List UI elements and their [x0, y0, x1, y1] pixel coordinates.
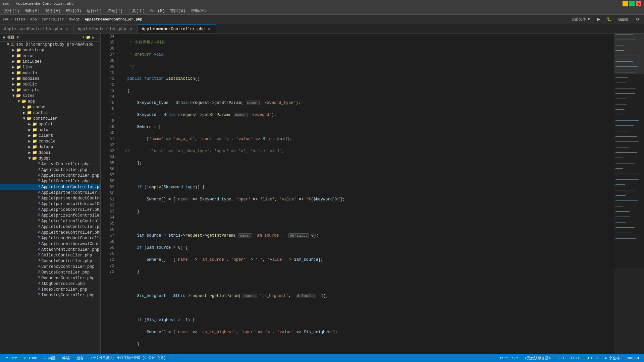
tree-sites[interactable]: ▼ 📂 sites [0, 93, 100, 99]
tree-dydqt[interactable]: ▼ 📂 dydqt [0, 156, 100, 161]
sidebar-icon-collapse[interactable]: − [95, 35, 98, 40]
tab-appletmember[interactable]: AppletmemberController.php ✕ [138, 24, 216, 33]
tree-client[interactable]: ▶ 📁 client [0, 133, 100, 138]
tree-label: ActiveController.php [41, 162, 90, 167]
menu-help[interactable]: 帮助(H) [188, 7, 209, 14]
tree-file-applettrade[interactable]: ▶ P ApplettradeController.php [0, 230, 100, 235]
breadcrumb-file[interactable]: AppletmemberController.php [85, 17, 143, 21]
tree-file-appletrelationfig[interactable]: ▶ P AppletrelationfigController.php [0, 218, 100, 224]
tree-modules[interactable]: ▶ 📁 modules [0, 76, 100, 81]
tree-file-appletcard[interactable]: ▶ P AppletcardController.php [0, 173, 100, 178]
tree-file-agent[interactable]: ▶ P AgentController.php [0, 167, 100, 173]
tree-file-appletprice[interactable]: ▶ P AppletpriceController.php [0, 207, 100, 213]
tree-libs[interactable]: ▶ 📁 libs [0, 64, 100, 70]
tree-app[interactable]: ▼ 📂 app [0, 99, 100, 104]
menu-file[interactable]: 文件(F) [1, 7, 22, 14]
tree-cache[interactable]: ▶ 📁 cache [0, 104, 100, 110]
current-file-button[interactable]: 当前文件 ▼ [569, 16, 593, 22]
tree-scripts[interactable]: ▶ 📁 scripts [0, 87, 100, 93]
menu-run[interactable]: 运行(U) [84, 7, 105, 14]
tree-console[interactable]: ▶ 📁 console [0, 138, 100, 144]
breadcrumb-sites[interactable]: sites [14, 17, 25, 21]
git-button[interactable]: Git(G): [616, 17, 631, 22]
breadcrumb-sep4: / [65, 17, 67, 21]
statusbar-issues[interactable]: ⚠ 问题 [43, 356, 57, 361]
tree-file-console[interactable]: ▶ P ConsoleController.php [0, 258, 100, 264]
menu-terminal[interactable]: 终端(T) [105, 7, 125, 14]
minimize-button[interactable]: ─ [623, 1, 628, 6]
code-content[interactable]: * 小程序用户-列表 * @return void */ public func… [117, 34, 614, 354]
tree-file-collect[interactable]: ▶ P CollectController.php [0, 252, 100, 258]
statusbar-terminal[interactable]: 终端 [61, 356, 71, 361]
breadcrumb-dydqt[interactable]: dydqt [69, 17, 80, 21]
tree-file-currency[interactable]: ▶ P CurrencyController.php [0, 264, 100, 269]
tree-file-appletpartnerwithdrawal[interactable]: ▶ P AppletpartnerwithdrawalController.ph… [0, 201, 100, 207]
sidebar-icon-new[interactable]: + [82, 35, 85, 40]
breadcrumb-controller[interactable]: controller [42, 17, 64, 21]
tree-file-appletpartnerdeduct[interactable]: ▶ P AppletpartnerdeductController.php [0, 195, 100, 201]
tree-includes[interactable]: ▶ 📁 includes [0, 59, 100, 64]
code-line [120, 305, 611, 311]
code-container[interactable]: 34 35 36 37 38 39 40 41 42 43 44 45 46 4… [101, 34, 614, 354]
tree-file-appletpartner[interactable]: ▶ P AppletpartnerController.php [0, 190, 100, 195]
tree-file-appletcontroller[interactable]: ▶ P AppletController.php [0, 178, 100, 184]
tree-file-applettuanwithdrawal[interactable]: ▶ P ApplettuanwithdrawalController.php [0, 241, 100, 247]
tree-file-index[interactable]: ▶ P IndexController.php [0, 287, 100, 292]
tree-file-appletslides[interactable]: ▶ P AppletslidesController.php [0, 224, 100, 230]
tab-applet[interactable]: AppletController.php ✕ [74, 24, 138, 33]
menu-view[interactable]: 视图(V) [43, 7, 63, 14]
tab-appletcard[interactable]: AppletcardController.php ✕ [0, 24, 74, 33]
tree-label: mobile [22, 71, 37, 75]
tree-auto[interactable]: ▶ 📁 auto [0, 127, 100, 133]
tree-dqtapp[interactable]: ▶ 📁 dqtapp [0, 144, 100, 150]
tree-mobile[interactable]: ▶ 📁 mobile [0, 70, 100, 76]
settings-button[interactable]: ⚙ [634, 16, 641, 22]
menu-window[interactable]: 窗口(W) [167, 7, 188, 14]
sidebar-icon-folder[interactable]: 📁 [86, 35, 91, 40]
maximize-button[interactable]: □ [629, 1, 635, 6]
tree-controller[interactable]: ▼ 📂 controller [0, 116, 100, 121]
tree-file-attachment[interactable]: ▶ P AttachmentController.php [0, 247, 100, 252]
statusbar-linecol[interactable]: 1:1 [556, 356, 566, 360]
tree-dspui[interactable]: ▶ 📁 dspui [0, 150, 100, 156]
statusbar-git[interactable]: ⎇ Git [3, 356, 18, 360]
menu-tools[interactable]: 工具(工) [125, 7, 148, 14]
tree-public[interactable]: ▶ 📁 public [0, 81, 100, 87]
debug-button[interactable]: 🐛 [605, 16, 613, 22]
tab-close-applet[interactable]: ✕ [128, 26, 133, 32]
breadcrumb-app[interactable]: app [30, 17, 37, 21]
statusbar-lineending[interactable]: CRLF [570, 356, 581, 360]
run-button[interactable]: ▶ [595, 16, 602, 22]
tree-applet-folder[interactable]: ▶ 📁 applet [0, 121, 100, 127]
menu-goto[interactable]: 转到(G) [63, 7, 84, 14]
tab-close-appletcard[interactable]: ✕ [64, 26, 69, 32]
statusbar-php[interactable]: PHP: 7.4 [499, 356, 519, 360]
statusbar-indent[interactable]: 4 个空格 [603, 356, 621, 361]
statusbar-service[interactable]: 服务 [75, 356, 85, 361]
tree-file-active[interactable]: ▶ P ActiveController.php [0, 161, 100, 167]
tree-file-1kbg[interactable]: ▶ P 1kbgController.php [0, 281, 100, 287]
statusbar-encoding[interactable]: UTF-8 [585, 356, 599, 360]
tree-root[interactable]: ▼ 🗂 sou D:\oran\phpstudy_pro\WWW\sou [0, 42, 100, 47]
tree-file-device[interactable]: ▶ P DeviceController.php [0, 269, 100, 275]
breadcrumb-sou[interactable]: sou [3, 17, 9, 21]
tree-config[interactable]: ▶ 📁 config [0, 110, 100, 116]
tree-bootstrap[interactable]: ▶ 📁 bootstrap [0, 47, 100, 53]
menu-git[interactable]: Git(G) [148, 8, 167, 14]
menu-edit[interactable]: 编辑(E) [22, 7, 43, 14]
statusbar-branch[interactable]: master [625, 356, 641, 360]
line-num: 45 [103, 100, 114, 106]
tree-file-document[interactable]: ▶ P DocumentController.php [0, 275, 100, 281]
tab-close-appletmember[interactable]: ✕ [207, 26, 212, 32]
code-line: $keyword_type = $this->request->getStrPa… [120, 100, 611, 106]
tree-file-applettuandeduct[interactable]: ▶ P ApplettuandeductController.php [0, 235, 100, 241]
close-button[interactable]: ✕ [636, 1, 641, 6]
statusbar-todo[interactable]: ✓ TODO [22, 356, 39, 360]
tree-file-appletmember[interactable]: ▶ P AppletmemberController.php [0, 184, 100, 190]
titlebar-controls[interactable]: ─ □ ✕ [623, 1, 641, 6]
tree-error[interactable]: ▶ 📁 error [0, 53, 100, 59]
statusbar-server[interactable]: <无默认服务器> [523, 356, 552, 361]
sidebar-icon-refresh[interactable]: ↻ [92, 35, 94, 40]
tree-file-industry[interactable]: ▶ P IndustryController.php [0, 292, 100, 298]
tree-file-appletprizeinfo[interactable]: ▶ P AppletprizeinfoController.php [0, 213, 100, 218]
